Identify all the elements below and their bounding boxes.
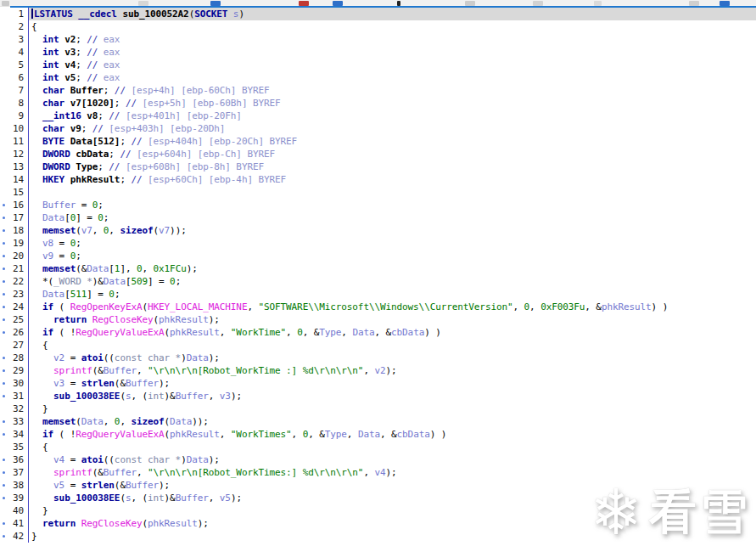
code-line-14[interactable]: 14 HKEY phkResult; // [esp+60Ch] [ebp-4h… bbox=[0, 173, 756, 186]
code-token: phkResult bbox=[70, 174, 120, 185]
line-marker-dot bbox=[3, 369, 5, 372]
line-marker-dot bbox=[3, 484, 5, 487]
code-line-41[interactable]: 41 return RegCloseKey(phkResult); bbox=[0, 517, 756, 530]
code-token: Data bbox=[81, 416, 104, 427]
code-line-24[interactable]: 24 if ( RegOpenKeyExA(HKEY_LOCAL_MACHINE… bbox=[0, 301, 756, 313]
line-marker-dot bbox=[3, 306, 5, 308]
code-token bbox=[31, 123, 42, 134]
code-token: ] = bbox=[76, 212, 98, 223]
code-line-10[interactable]: 10 char v9; // [esp+403h] [ebp-20Dh] bbox=[0, 122, 756, 135]
code-line-35[interactable]: 35 { bbox=[0, 441, 756, 453]
code-line-17[interactable]: 17 Data[0] = 0; bbox=[0, 211, 756, 224]
code-token: , bbox=[513, 301, 524, 312]
code-token: ] = bbox=[87, 289, 109, 300]
code-line-18[interactable]: 18 memset(v7, 0, sizeof(v7)); bbox=[0, 224, 756, 237]
code-line-30[interactable]: 30 v3 = strlen(&Buffer); bbox=[0, 377, 756, 390]
line-number: 13 bbox=[0, 160, 29, 173]
code-line-28[interactable]: 28 v2 = atoi((const char *)Data); bbox=[0, 352, 756, 364]
code-token bbox=[31, 416, 42, 427]
line-number: 12 bbox=[0, 148, 29, 160]
code-token: ; bbox=[76, 238, 81, 249]
line-marker-dot bbox=[3, 497, 5, 499]
code-token: , bbox=[109, 225, 120, 236]
code-line-25[interactable]: 25 return RegCloseKey(phkResult); bbox=[0, 313, 756, 326]
line-marker-dot bbox=[3, 280, 5, 283]
code-token: [esp+401h] [ebp-20Fh] bbox=[126, 110, 242, 121]
line-number: 8 bbox=[0, 97, 29, 110]
code-token: ) ) bbox=[652, 301, 669, 312]
line-number: 10 bbox=[0, 122, 29, 135]
code-line-29[interactable]: 29 sprintf(&Buffer, "\r\n\r\n[Robot_Work… bbox=[0, 364, 756, 377]
code-token: __int16 bbox=[42, 110, 87, 121]
code-token: ); bbox=[198, 518, 209, 529]
code-token: = bbox=[53, 238, 70, 249]
code-line-4[interactable]: 4 int v3; // eax bbox=[0, 46, 756, 59]
code-token: return bbox=[42, 518, 81, 529]
code-token: } bbox=[31, 505, 48, 516]
code-token: // bbox=[126, 98, 143, 109]
code-line-5[interactable]: 5 int v4; // eax bbox=[0, 59, 756, 71]
code-token: cbData bbox=[391, 327, 424, 338]
code-line-9[interactable]: 9 __int16 v8; // [esp+401h] [ebp-20Fh] bbox=[0, 110, 756, 122]
code-token: ( ! bbox=[53, 429, 76, 440]
code-line-23[interactable]: 23 Data[511] = 0; bbox=[0, 288, 756, 301]
code-token: ); bbox=[159, 378, 170, 389]
code-line-8[interactable]: 8 char v7[1020]; // [esp+5h] [ebp-60Bh] … bbox=[0, 97, 756, 110]
code-line-7[interactable]: 7 char Buffer; // [esp+4h] [ebp-60Ch] BY… bbox=[0, 84, 756, 97]
line-marker-dot bbox=[3, 522, 5, 525]
code-token: atoi bbox=[81, 454, 104, 465]
code-line-21[interactable]: 21 memset(&Data[1], 0, 0x1FCu); bbox=[0, 262, 756, 275]
code-token: ); bbox=[187, 263, 198, 274]
code-line-1[interactable]: 1LSTATUS __cdecl sub_100052A2(SOCKET s) bbox=[0, 8, 756, 20]
code-line-19[interactable]: 19 v8 = 0; bbox=[0, 237, 756, 250]
code-token bbox=[31, 200, 42, 211]
code-token: Data bbox=[358, 429, 380, 440]
code-text: memset(v7, 0, sizeof(v7)); bbox=[29, 224, 756, 237]
code-line-36[interactable]: 36 v4 = atoi((const char *)Data); bbox=[0, 453, 756, 466]
code-token: int bbox=[42, 72, 64, 83]
code-line-27[interactable]: 27 { bbox=[0, 339, 756, 352]
code-token: , bbox=[92, 225, 104, 236]
code-line-15[interactable]: 15 bbox=[0, 186, 756, 199]
code-line-38[interactable]: 38 v5 = strlen(&Buffer); bbox=[0, 479, 756, 492]
code-token: v9 bbox=[70, 123, 81, 134]
code-line-31[interactable]: 31 sub_100038EE(s, (int)&Buffer, v3); bbox=[0, 390, 756, 402]
code-line-42[interactable]: 42} bbox=[0, 530, 756, 543]
code-text: sub_100038EE(s, (int)&Buffer, v3); bbox=[29, 390, 756, 402]
code-line-32[interactable]: 32 } bbox=[0, 402, 756, 415]
code-line-22[interactable]: 22 *(_WORD *)&Data[509] = 0; bbox=[0, 275, 756, 288]
code-token bbox=[31, 518, 42, 529]
code-token: , bbox=[363, 467, 374, 478]
line-marker-dot bbox=[3, 255, 5, 257]
code-token bbox=[31, 391, 53, 402]
code-line-16[interactable]: 16 Buffer = 0; bbox=[0, 199, 756, 211]
code-token: v8 bbox=[87, 110, 98, 121]
code-token: _WORD * bbox=[53, 276, 92, 287]
code-text: DWORD Type; // [esp+608h] [ebp-8h] BYREF bbox=[29, 160, 756, 173]
code-token: ; bbox=[76, 72, 87, 83]
code-token: )& bbox=[92, 276, 104, 287]
code-line-37[interactable]: 37 sprintf(&Buffer, "\r\n\r\n[Robot_Work… bbox=[0, 466, 756, 479]
code-token: , bbox=[120, 416, 131, 427]
code-line-40[interactable]: 40 } bbox=[0, 504, 756, 517]
pseudocode-panel[interactable]: 1LSTATUS __cdecl sub_100052A2(SOCKET s)2… bbox=[0, 8, 756, 546]
code-line-12[interactable]: 12 DWORD cbData; // [esp+604h] [ebp-Ch] … bbox=[0, 148, 756, 160]
code-line-26[interactable]: 26 if ( !RegQueryValueExA(phkResult, "Wo… bbox=[0, 326, 756, 339]
code-line-34[interactable]: 34 if ( !RegQueryValueExA(phkResult, "Wo… bbox=[0, 428, 756, 441]
code-line-20[interactable]: 20 v9 = 0; bbox=[0, 250, 756, 262]
code-line-3[interactable]: 3 int v2; // eax bbox=[0, 33, 756, 46]
code-line-39[interactable]: 39 sub_100038EE(s, (int)&Buffer, v5); bbox=[0, 492, 756, 504]
code-token: , & bbox=[374, 327, 391, 338]
code-token: Type bbox=[325, 429, 347, 440]
code-token: Buffer bbox=[176, 391, 209, 402]
code-token: v5 bbox=[220, 493, 231, 504]
code-token: const char * bbox=[115, 454, 181, 465]
code-token bbox=[31, 352, 53, 363]
code-line-11[interactable]: 11 BYTE Data[512]; // [esp+404h] [ebp-20… bbox=[0, 135, 756, 148]
toolbar-icon-fragment[interactable] bbox=[2, 1, 9, 6]
code-line-13[interactable]: 13 DWORD Type; // [esp+608h] [ebp-8h] BY… bbox=[0, 160, 756, 173]
code-line-6[interactable]: 6 int v5; // eax bbox=[0, 71, 756, 84]
code-text: v5 = strlen(&Buffer); bbox=[29, 479, 756, 492]
code-line-33[interactable]: 33 memset(Data, 0, sizeof(Data)); bbox=[0, 415, 756, 428]
code-line-2[interactable]: 2{ bbox=[0, 20, 756, 33]
